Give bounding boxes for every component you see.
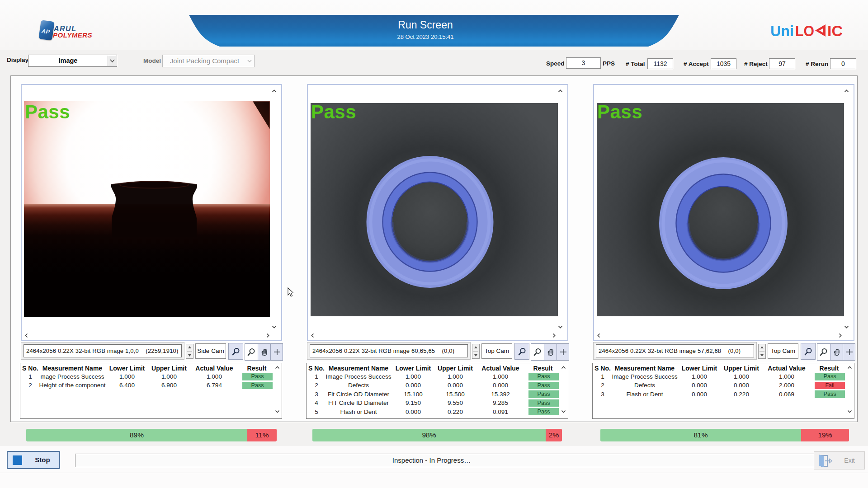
svg-text:LO: LO	[795, 23, 814, 39]
svg-text:IC: IC	[827, 23, 843, 39]
svg-text:Uni: Uni	[770, 23, 794, 39]
